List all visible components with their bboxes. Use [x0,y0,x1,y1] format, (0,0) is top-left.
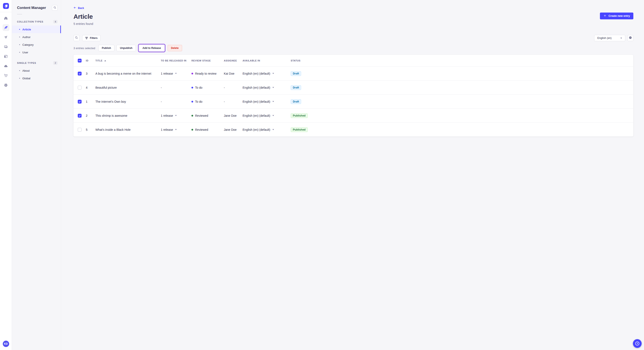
delete-button[interactable]: Delete [168,45,182,51]
chevron-down-icon [175,73,177,74]
status-badge: Published [291,127,308,132]
release-cell: - [161,100,192,103]
sidebar-item-user[interactable]: User [12,48,61,56]
status-badge: Published [291,113,308,118]
column-header-status: STATUS [291,59,322,62]
releases-paper-plane-icon[interactable] [2,34,9,41]
subnav-title: Content Manager [17,6,46,10]
column-header-available-in: AVAILABLE IN [242,59,291,62]
row-checkbox[interactable] [78,86,82,90]
media-library-images-icon[interactable] [2,43,9,50]
main-nav-rail: KD [0,0,12,175]
release-cell[interactable]: 1 release [161,114,192,117]
locale-cell[interactable]: English (en) (default) [242,100,291,103]
stage-dot [192,129,193,131]
cell-title: A bug is becoming a meme on the internet [96,72,161,75]
chevron-down-icon [272,101,274,102]
bullet-icon [19,29,20,30]
sidebar-item-about[interactable]: About [12,67,61,74]
home-icon[interactable] [2,15,9,21]
release-cell: - [161,86,192,89]
cell-assignee: Kai Doe [224,72,242,75]
stage-dot [192,87,193,88]
locale-cell[interactable]: English (en) (default) [242,72,291,75]
chevron-down-icon [175,115,177,116]
chevron-down-icon [272,129,274,130]
status-badge: Draft [291,71,301,76]
cell-review-stage: Ready to review [192,72,224,75]
back-link[interactable]: Back [74,6,84,10]
cell-review-stage: To do [192,86,224,89]
selection-count-text: 3 entries selected [74,47,95,50]
cell-id: 1 [86,100,96,103]
sidebar-item-global[interactable]: Global [12,74,61,82]
stage-dot [192,73,193,74]
subnav-search-button[interactable] [52,5,58,11]
row-checkbox[interactable] [78,114,82,118]
cell-id: 3 [86,72,96,75]
locale-cell[interactable]: English (en) (default) [242,86,291,89]
locale-cell[interactable]: English (en) (default) [242,114,291,117]
column-header-assignee: ASSIGNEE [224,59,242,62]
select-all-checkbox[interactable] [78,59,82,62]
cell-assignee: Jane Doe [224,114,242,117]
column-header-id: ID [86,59,96,62]
table-row[interactable]: 2 This shrimp is awesome 1 release Revie… [74,108,322,123]
content-type-builder-layout-icon[interactable] [2,53,9,60]
entries-count-text: 5 entries found [74,22,322,25]
page-title: Article [74,13,322,20]
cell-id: 4 [86,86,96,89]
table-row[interactable]: 1 The internet's Own boy - To do - Engli… [74,94,322,108]
release-cell[interactable]: 1 release [161,128,192,131]
status-badge: Draft [291,85,301,90]
section-label-collection-types: COLLECTION TYPES [17,20,43,23]
entries-table: ID TITLE TO BE RELEASED IN REVIEW STAGE … [74,55,322,137]
content-manager-feather-icon[interactable] [2,24,9,31]
search-button[interactable] [74,35,80,41]
cell-title: The internet's Own boy [96,100,161,103]
sidebar-item-label: Article [22,28,31,31]
publish-button[interactable]: Publish [98,45,114,51]
sidebar-item-label: Author [22,35,30,39]
row-checkbox[interactable] [78,72,82,75]
row-checkbox[interactable] [78,100,82,104]
strapi-logo[interactable] [3,3,9,9]
sidebar-item-author[interactable]: Author [12,33,61,41]
section-label-single-types: SINGLE TYPES [17,62,36,64]
row-checkbox[interactable] [78,128,82,132]
filter-icon [85,37,88,39]
cell-review-stage: Reviewed [192,128,224,131]
release-cell[interactable]: 1 release [161,72,192,75]
deploy-cloud-icon[interactable] [2,62,9,69]
arrow-left-icon [74,6,76,10]
table-row[interactable]: 5 What's inside a Black Hole 1 release R… [74,123,322,137]
add-to-release-button[interactable]: Add to Release [139,45,164,51]
bullet-icon [19,70,20,71]
cell-assignee: - [224,100,242,103]
marketplace-cart-icon[interactable] [2,72,9,79]
table-row[interactable]: 4 Beautiful picture - To do - English (e… [74,80,322,94]
bullet-icon [19,37,20,37]
sidebar-item-category[interactable]: Category [12,41,61,48]
cell-id: 5 [86,128,96,131]
cell-assignee: - [224,86,242,89]
column-header-title[interactable]: TITLE [96,59,161,62]
bullet-icon [19,52,20,53]
cell-title: What's inside a Black Hole [96,128,161,131]
table-row[interactable]: 3 A bug is becoming a meme on the intern… [74,66,322,80]
settings-gear-icon[interactable] [2,82,9,88]
sidebar-item-article[interactable]: Article [12,25,61,33]
action-highlight-ring: Add to Release [138,44,166,52]
sidebar-item-label: About [22,69,30,72]
chevron-down-icon [272,87,274,88]
sidebar-item-label: Global [22,77,30,80]
cell-id: 2 [86,114,96,117]
filters-button[interactable]: Filters [82,35,100,41]
sort-ascending-icon [104,60,106,61]
status-badge: Draft [291,99,301,104]
locale-cell[interactable]: English (en) (default) [242,128,291,131]
table-header-row: ID TITLE TO BE RELEASED IN REVIEW STAGE … [74,55,322,66]
sidebar-item-label: Category [22,43,34,46]
unpublish-button[interactable]: Unpublish [116,45,136,51]
search-icon [75,36,78,40]
